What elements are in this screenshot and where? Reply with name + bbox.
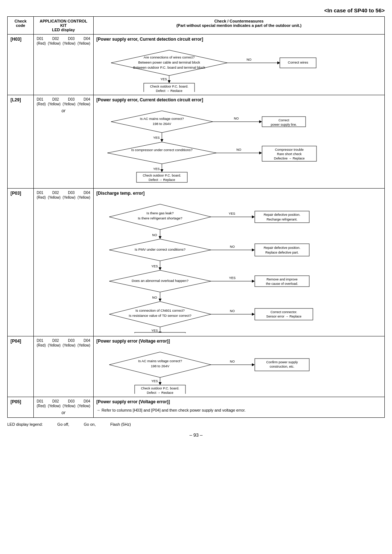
svg-text:Correct: Correct	[278, 118, 289, 122]
svg-marker-101	[159, 382, 162, 385]
svg-text:YES: YES	[151, 379, 158, 383]
col-counter-line1: Check / Countermeasures	[214, 19, 264, 23]
svg-text:Defective → Replace: Defective → Replace	[274, 157, 305, 160]
table-row: [P03] D01 D02 D03 D04 (Red) (Yellow) (Ye…	[8, 189, 385, 336]
svg-marker-30	[259, 151, 262, 154]
svg-marker-27	[107, 142, 216, 164]
check-code-p03: [P03]	[8, 189, 34, 336]
l29-title: [Power supply error, Current detection c…	[97, 97, 381, 102]
countermeasure-h03: [Power supply error, Current detection c…	[93, 35, 384, 95]
svg-text:Check outdoor P.C. board.: Check outdoor P.C. board.	[141, 387, 179, 390]
svg-rect-88	[135, 332, 185, 333]
col-header-counter: Check / Countermeasures (Part without sp…	[93, 17, 384, 35]
legend-label: LED display legend:	[7, 422, 43, 426]
svg-text:NO: NO	[152, 233, 157, 237]
legend-go-on: Go on,	[84, 422, 96, 426]
svg-text:NO: NO	[234, 117, 239, 120]
countermeasure-p03: [Discharge temp. error] Is there gas lea…	[93, 189, 384, 336]
svg-text:Is AC mains voltage correct?: Is AC mains voltage correct?	[138, 359, 182, 363]
svg-text:construction, etc.: construction, etc.	[270, 365, 294, 368]
svg-text:Defect → Replace: Defect → Replace	[148, 178, 175, 182]
svg-text:YES: YES	[151, 329, 158, 332]
svg-text:YES: YES	[151, 264, 158, 268]
svg-text:Is there gas leak?: Is there gas leak?	[146, 211, 173, 215]
svg-marker-25	[160, 139, 163, 142]
svg-text:Check outdoor P.C. board.: Check outdoor P.C. board.	[150, 85, 188, 88]
svg-text:Is connection of CN601 correct: Is connection of CN601 correct?	[135, 308, 185, 312]
page-number: – 93 –	[7, 432, 385, 438]
col-counter-line2: (Part without special mention indicates …	[176, 23, 302, 28]
svg-text:Is compressor under correct co: Is compressor under correct conditions?	[131, 148, 192, 152]
check-code-p04: [P04]	[8, 336, 34, 397]
svg-text:power supply line.: power supply line.	[271, 123, 297, 126]
svg-text:Check outdoor P.C. board.: Check outdoor P.C. board.	[143, 174, 181, 177]
table-row: [P04] D01 D02 D03 D04 (Red) (Yellow) (Ye…	[8, 336, 385, 397]
svg-text:Sensor error → Replace: Sensor error → Replace	[266, 315, 301, 318]
p04-title: [Power supply error (Voltage error)]	[97, 339, 381, 344]
svg-text:Is there refrigerant shortage?: Is there refrigerant shortage?	[138, 216, 182, 220]
check-code-p05: [P05]	[8, 397, 34, 418]
svg-text:NO: NO	[230, 360, 235, 363]
col-header-check: Checkcode	[8, 17, 34, 35]
svg-text:NO: NO	[246, 58, 252, 61]
p05-title: [Power supply error (Voltage error)]	[97, 399, 381, 404]
h03-title: [Power supply error, Current detection c…	[97, 37, 381, 42]
svg-text:NO: NO	[230, 309, 235, 313]
countermeasure-p04: [Power supply error (Voltage error)] Is …	[93, 336, 384, 397]
l29-flowchart: Is AC mains voltage correct? 198 to 264V…	[97, 105, 358, 185]
svg-text:Between power cable and termin: Between power cable and terminal block	[138, 60, 200, 64]
svg-text:Compressor trouble: Compressor trouble	[275, 148, 303, 151]
p03-flowchart: Is there gas leak? Is there refrigerant …	[97, 199, 358, 333]
svg-marker-57	[252, 248, 255, 251]
svg-text:NO: NO	[236, 148, 241, 151]
svg-text:Confirm power supply: Confirm power supply	[266, 360, 298, 364]
table-row: [H03] D01 D02 D03 D04 (Red) (Yellow) (Ye…	[8, 35, 385, 95]
svg-marker-95	[252, 363, 255, 366]
or-text: or	[37, 108, 90, 113]
svg-text:198 to 264V: 198 to 264V	[151, 364, 170, 368]
bottom-legend: LED display legend: Go off, Go on, Flash…	[7, 422, 385, 426]
led-display-p05: D01 D02 D03 D04 (Red) (Yellow) (Yellow) …	[34, 397, 94, 418]
led-display-p03: D01 D02 D03 D04 (Red) (Yellow) (Yellow) …	[34, 189, 94, 336]
svg-text:Defect → Replace: Defect → Replace	[156, 89, 182, 92]
svg-text:the cause of overload.: the cause of overload.	[266, 282, 298, 286]
svg-text:Is PMV under correct condition: Is PMV under correct conditions?	[135, 247, 185, 251]
svg-text:Is resistance value of TD sens: Is resistance value of TD sensor correct…	[128, 314, 191, 318]
svg-text:NO: NO	[230, 245, 235, 248]
svg-text:Remove and improve: Remove and improve	[266, 278, 298, 281]
table-row: [P05] D01 D02 D03 D04 (Red) (Yellow) (Ye…	[8, 397, 385, 418]
led-display-p04: D01 D02 D03 D04 (Red) (Yellow) (Yellow) …	[34, 336, 94, 397]
p05-description: → Refer to columns [H03] and [P04] and t…	[97, 407, 381, 413]
col-led-line1: APPLICATION CONTROL KIT	[40, 19, 87, 28]
svg-text:YES: YES	[153, 167, 160, 171]
table-row: [L29] D01 D02 D03 D04 (Red) (Yellow) (Ye…	[8, 95, 385, 189]
countermeasure-l29: [Power supply error, Current detection c…	[93, 95, 384, 189]
svg-text:YES: YES	[153, 136, 160, 139]
svg-marker-74	[159, 299, 162, 302]
led-display-l29: D01 D02 D03 D04 (Red) (Yellow) (Yellow) …	[34, 95, 94, 189]
svg-marker-52	[159, 236, 162, 239]
svg-marker-80	[252, 313, 255, 316]
legend-flash: Flash (5Hz)	[110, 422, 131, 426]
svg-marker-37	[160, 169, 163, 172]
svg-text:YES: YES	[229, 276, 236, 280]
svg-text:YES: YES	[229, 212, 235, 215]
col-header-led: APPLICATION CONTROL KIT LED display	[34, 17, 94, 35]
page-title: <In case of SP40 to 56>	[7, 7, 385, 13]
or-text-p05: or	[37, 410, 90, 415]
svg-text:Recharge refrigerant.: Recharge refrigerant.	[266, 218, 297, 221]
svg-text:Repair defective position.: Repair defective position.	[264, 213, 300, 217]
check-code-l29: [L29]	[8, 95, 34, 189]
p03-title: [Discharge temp. error]	[97, 191, 381, 196]
svg-marker-68	[252, 280, 255, 283]
led-display-h03: D01 D02 D03 D04 (Red) (Yellow) (Yellow) …	[34, 35, 94, 95]
svg-marker-10	[168, 80, 171, 83]
p04-flowchart: Is AC mains voltage correct? 198 to 264V…	[97, 347, 358, 394]
svg-marker-46	[252, 215, 255, 218]
h03-flowchart: Are connections of wires correct? Betwee…	[97, 45, 358, 92]
countermeasure-p05: [Power supply error (Voltage error)] → R…	[93, 397, 384, 418]
svg-text:Rare short check: Rare short check	[277, 152, 302, 156]
svg-marker-63	[159, 267, 162, 270]
svg-marker-19	[259, 120, 262, 123]
svg-text:YES: YES	[160, 77, 167, 81]
